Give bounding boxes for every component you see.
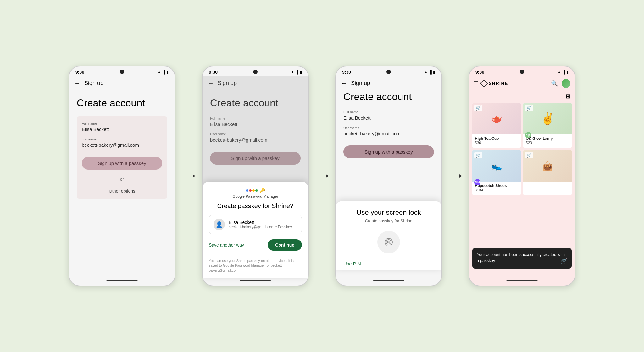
username-field-3: Username beckett-bakery@gmail.com bbox=[343, 126, 434, 138]
username-label-3: Username bbox=[343, 126, 434, 130]
status-bar-3: 9:30 ▲ ▐ ▮ bbox=[336, 66, 441, 76]
home-indicator-4 bbox=[506, 280, 538, 281]
status-time-4: 9:30 bbox=[475, 70, 484, 75]
wifi-icon-4: ▲ bbox=[558, 70, 561, 74]
create-account-section-1: Create account Full name Elisa Beckett U… bbox=[69, 91, 175, 278]
product-info-0: High Tea Cup $36 bbox=[472, 134, 521, 148]
brand-badge-2: MM bbox=[474, 179, 480, 185]
shrine-grid-container: 🫖 🛒 High Tea Cup $36 ✌️ 🛒 alpi OK Glow L… bbox=[469, 102, 575, 278]
user-card-sub: beckett-bakery@gmail.com • Passkey bbox=[229, 225, 297, 229]
screen3-form-area: Create account Full name Elisa Beckett U… bbox=[336, 91, 441, 215]
home-bar-4 bbox=[469, 278, 575, 286]
product-price-1: $20 bbox=[526, 141, 569, 145]
arrow-line-2 bbox=[316, 176, 328, 176]
user-avatar-4[interactable] bbox=[562, 79, 570, 88]
home-indicator-1 bbox=[106, 280, 138, 281]
camera-dot-4 bbox=[520, 70, 524, 74]
cart-icon-2: 🛒 bbox=[474, 152, 482, 158]
screen1-phone: 9:30 ▲ ▐ ▮ ← Sign up Create account Full… bbox=[69, 66, 175, 286]
create-account-title-1: Create account bbox=[77, 97, 167, 109]
status-time-2: 9:30 bbox=[209, 70, 218, 75]
screen3-content: ← Sign up Create account Full name Elisa… bbox=[336, 76, 441, 278]
shrine-name-text: SHRINE bbox=[489, 81, 508, 86]
passkey-button-1[interactable]: Sign up with a passkey bbox=[82, 157, 162, 170]
status-time-3: 9:30 bbox=[342, 70, 351, 75]
toast-notification: Your account has been successfully creat… bbox=[472, 248, 572, 269]
username-value-3[interactable]: beckett-bakery@gmail.com bbox=[343, 131, 434, 138]
cart-icon-0: 🛒 bbox=[474, 105, 482, 111]
back-button-1[interactable]: ← bbox=[74, 80, 80, 87]
screen2-content: ← Sign up Create account Full name Elisa… bbox=[203, 76, 308, 278]
product-card-1[interactable]: ✌️ 🛒 alpi OK Glow Lamp $20 bbox=[523, 103, 572, 148]
passkey-button-3[interactable]: Sign up with a passkey bbox=[343, 145, 434, 158]
filter-icon[interactable]: ⊞ bbox=[566, 93, 570, 100]
full-name-value-1[interactable]: Elisa Beckett bbox=[82, 127, 162, 133]
product-card-0[interactable]: 🫖 🛒 High Tea Cup $36 bbox=[472, 103, 521, 148]
camera-dot-2 bbox=[253, 70, 258, 74]
product-card-2[interactable]: 👟 🛒 MM Hopscotch Shoes $134 bbox=[472, 150, 521, 195]
signal-icon-4: ▐ bbox=[562, 70, 565, 74]
user-card: 👤 Elisa Beckett beckett-bakery@gmail.com… bbox=[209, 215, 302, 234]
shrine-diamond-icon bbox=[480, 79, 488, 87]
product-price-0: $36 bbox=[475, 141, 518, 145]
toast-text: Your account has been successfully creat… bbox=[477, 252, 565, 263]
screen-lock-title: Use your screen lock bbox=[343, 208, 434, 217]
continue-button[interactable]: Continue bbox=[268, 239, 302, 251]
form-fields-1: Full name Elisa Beckett Username beckett… bbox=[77, 116, 167, 199]
product-name-1: OK Glow Lamp bbox=[526, 136, 569, 141]
save-another-way-link[interactable]: Save another way bbox=[209, 242, 244, 247]
wifi-icon: ▲ bbox=[158, 70, 161, 74]
or-text-1: or bbox=[82, 177, 162, 182]
shrine-bar-right: 🔍 bbox=[551, 79, 570, 88]
product-grid: 🫖 🛒 High Tea Cup $36 ✌️ 🛒 alpi OK Glow L… bbox=[469, 102, 575, 196]
cart-icon-toast: 🛒 bbox=[561, 258, 567, 265]
app-bar-title-3: Sign up bbox=[351, 80, 370, 87]
back-button-3[interactable]: ← bbox=[341, 80, 347, 87]
arrow-2 bbox=[314, 176, 330, 176]
cart-icon-3: 🛒 bbox=[525, 152, 533, 158]
search-icon[interactable]: 🔍 bbox=[551, 80, 558, 87]
status-bar-1: 9:30 ▲ ▐ ▮ bbox=[69, 66, 175, 76]
battery-icon-4: ▮ bbox=[566, 70, 569, 74]
filter-bar: ⊞ bbox=[469, 91, 575, 102]
arrow-line-1 bbox=[182, 176, 195, 176]
battery-icon: ▮ bbox=[166, 70, 169, 74]
shrine-menu-icon[interactable]: ☰ bbox=[474, 80, 479, 87]
wifi-icon-3: ▲ bbox=[424, 70, 428, 74]
screen-lock-sheet: Use your screen lock Create passkey for … bbox=[336, 201, 441, 270]
camera-dot-1 bbox=[120, 70, 124, 74]
home-indicator-3 bbox=[373, 280, 404, 281]
other-options-link-1[interactable]: Other options bbox=[82, 189, 162, 194]
fingerprint-icon bbox=[377, 231, 400, 253]
sheet-actions: Save another way Continue bbox=[209, 239, 302, 251]
form-fields-3: Full name Elisa Beckett Username beckett… bbox=[343, 110, 434, 158]
screen4-phone: 9:30 ▲ ▐ ▮ ☰ SHRINE 🔍 ⊞ bbox=[469, 66, 575, 286]
create-account-title-3: Create account bbox=[343, 91, 434, 103]
signal-icon-2: ▐ bbox=[296, 70, 298, 74]
google-pm-header: 🔑 Google Password Manager bbox=[209, 188, 302, 199]
shrine-app-bar: ☰ SHRINE 🔍 bbox=[469, 76, 575, 91]
full-name-value-3[interactable]: Elisa Beckett bbox=[343, 115, 434, 122]
sheet-divider bbox=[209, 255, 302, 255]
user-info: Elisa Beckett beckett-bakery@gmail.com •… bbox=[229, 220, 297, 229]
google-pm-title: Google Password Manager bbox=[232, 194, 278, 199]
g-red bbox=[249, 189, 252, 192]
screen2-phone: 9:30 ▲ ▐ ▮ ← Sign up Create account Full… bbox=[202, 66, 309, 286]
product-name-0: High Tea Cup bbox=[475, 136, 518, 141]
use-pin-link[interactable]: Use PIN bbox=[343, 257, 361, 270]
product-card-3[interactable]: 👜 🛒 bbox=[523, 150, 572, 195]
bottom-sheet-2: 🔑 Google Password Manager Create passkey… bbox=[203, 182, 308, 278]
sheet-footer-text: You can use your Shrine passkey on other… bbox=[209, 258, 302, 273]
arrow-1 bbox=[181, 176, 196, 176]
screens-flow: 9:30 ▲ ▐ ▮ ← Sign up Create account Full… bbox=[69, 66, 575, 286]
full-name-label-3: Full name bbox=[343, 110, 434, 114]
screen1-content: ← Sign up Create account Full name Elisa… bbox=[69, 76, 175, 278]
home-bar-2 bbox=[203, 278, 308, 286]
cart-icon-1: 🛒 bbox=[525, 105, 533, 111]
status-bar-4: 9:30 ▲ ▐ ▮ bbox=[469, 66, 575, 76]
user-avatar: 👤 bbox=[214, 219, 225, 230]
full-name-field-3: Full name Elisa Beckett bbox=[343, 110, 434, 122]
status-time-1: 9:30 bbox=[75, 70, 84, 75]
username-value-1[interactable]: beckett-bakery@gmail.com bbox=[82, 142, 162, 149]
full-name-label-1: Full name bbox=[82, 122, 162, 125]
